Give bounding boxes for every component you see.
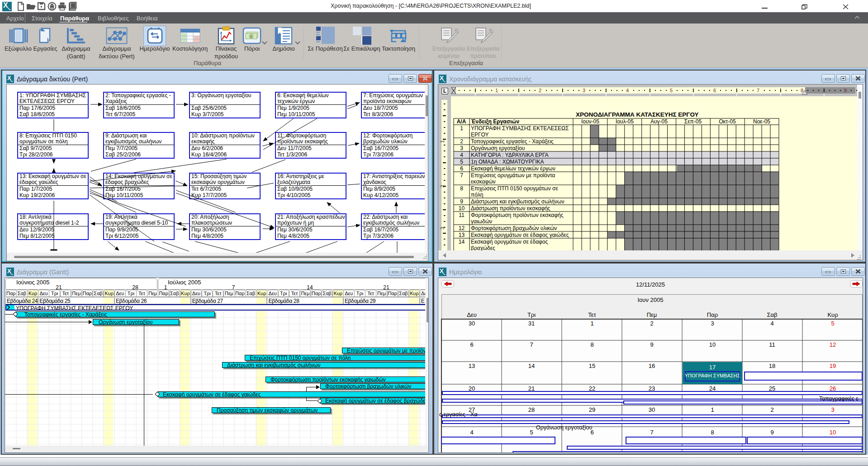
svg-text:19: 19 — [830, 362, 836, 369]
svg-text:Οκτ-05: Οκτ-05 — [719, 118, 736, 125]
svg-text:28: 28 — [528, 406, 535, 413]
svg-text:31: 31 — [528, 320, 535, 327]
svg-text:€: € — [250, 34, 252, 39]
svg-text:Νοε-05: Νοε-05 — [753, 118, 770, 125]
svg-text:10: 10 — [830, 429, 836, 436]
svg-text:4: 4 — [470, 429, 473, 436]
svg-text:9: 9 — [650, 341, 653, 348]
svg-text:3: 3 — [711, 320, 714, 327]
svg-text:30: 30 — [469, 320, 475, 327]
svg-text:Ιουλ-05: Ιουλ-05 — [616, 118, 634, 125]
svg-text:7: 7 — [650, 429, 653, 436]
svg-text:9: 9 — [770, 429, 773, 436]
svg-text:15: 15 — [589, 362, 595, 369]
svg-text:13: 13 — [469, 362, 475, 369]
svg-text:5: 5 — [530, 429, 533, 436]
svg-text:11: 11 — [769, 341, 775, 348]
svg-text:2: 2 — [650, 320, 653, 327]
svg-text:12: 12 — [830, 341, 836, 348]
svg-text:1: 1 — [590, 320, 593, 327]
svg-text:29: 29 — [589, 406, 595, 413]
svg-text:6: 6 — [470, 341, 473, 348]
svg-text:Α/Α: Α/Α — [457, 118, 466, 125]
svg-text:Ιουν-05: Ιουν-05 — [581, 118, 599, 125]
svg-text:8: 8 — [711, 429, 714, 436]
svg-text:16: 16 — [649, 362, 655, 369]
svg-text:Αυγ-05: Αυγ-05 — [650, 118, 668, 125]
svg-text:2: 2 — [770, 406, 773, 413]
svg-text:Σεπ-05: Σεπ-05 — [684, 118, 702, 125]
svg-text:4: 4 — [770, 320, 773, 327]
svg-text:5: 5 — [831, 320, 834, 327]
svg-text:30: 30 — [649, 406, 655, 413]
svg-text:Ένδειξη Εργασιών: Ένδειξη Εργασιών — [471, 118, 519, 125]
svg-text:8: 8 — [590, 341, 593, 348]
svg-text:14: 14 — [528, 362, 535, 369]
svg-text:7: 7 — [530, 341, 533, 348]
svg-text:10: 10 — [709, 341, 716, 348]
svg-text:3: 3 — [831, 406, 834, 413]
svg-text:18: 18 — [769, 362, 775, 369]
svg-text:1: 1 — [711, 406, 714, 413]
